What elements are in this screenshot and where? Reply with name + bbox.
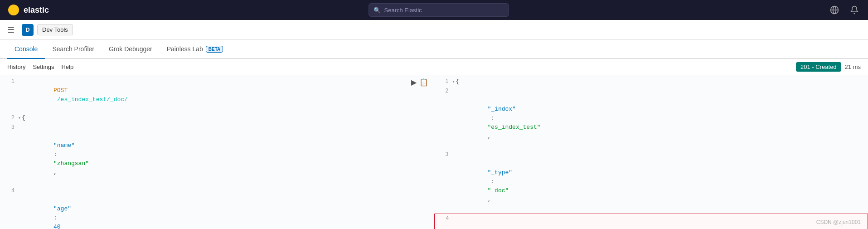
right-line-4-highlighted: 4 "_id" : "90LcS4ABbOQcgDWa4fuI" , bbox=[434, 214, 868, 229]
elastic-logo-text: elastic bbox=[24, 5, 49, 15]
hamburger-menu-button[interactable]: ☰ bbox=[7, 25, 15, 35]
tab-painless-lab-label: Painless Lab bbox=[167, 45, 203, 53]
action-bar: History Settings Help 201 - Created 21 m… bbox=[0, 59, 868, 75]
tab-search-profiler[interactable]: Search Profiler bbox=[45, 40, 102, 59]
beta-badge: BETA bbox=[206, 46, 223, 53]
left-editor-panel[interactable]: ▶ 📋 1 POST /es_index_test/_doc/ 2 ▾{ 3 bbox=[0, 75, 434, 229]
bell-icon bbox=[850, 5, 859, 15]
left-line-2: 2 ▾{ bbox=[0, 113, 434, 123]
tab-console-label: Console bbox=[15, 45, 38, 53]
left-line-4: 4 "age" : 40 bbox=[0, 186, 434, 229]
elastic-logo-icon bbox=[7, 4, 20, 16]
right-line-2: 2 "_index" : "es_index_test" , bbox=[434, 87, 868, 150]
tab-grok-debugger[interactable]: Grok Debugger bbox=[102, 40, 160, 59]
left-code-block: 1 POST /es_index_test/_doc/ 2 ▾{ 3 "name… bbox=[0, 75, 434, 229]
search-bar-container: 🔍 Search Elastic bbox=[49, 3, 828, 17]
right-code-block: 1 ▾{ 2 "_index" : "es_index_test" , 3 bbox=[434, 75, 868, 229]
globe-icon bbox=[830, 5, 839, 15]
user-avatar-badge[interactable]: D bbox=[22, 24, 34, 36]
settings-button[interactable]: Settings bbox=[33, 63, 54, 70]
watermark: CSDN @zjun1001 bbox=[816, 219, 861, 225]
svg-point-0 bbox=[8, 5, 19, 15]
action-bar-left: History Settings Help bbox=[7, 63, 73, 70]
status-badge: 201 - Created bbox=[796, 62, 841, 72]
tab-grok-debugger-label: Grok Debugger bbox=[109, 45, 152, 53]
right-line-3: 3 "_type" : "_doc" , bbox=[434, 150, 868, 214]
top-nav-right bbox=[828, 4, 861, 16]
left-line-3: 3 "name" : "zhangsan" , bbox=[0, 123, 434, 186]
tab-painless-lab[interactable]: Painless Lab BETA bbox=[160, 40, 231, 59]
globe-icon-button[interactable] bbox=[828, 4, 841, 16]
bell-icon-button[interactable] bbox=[848, 4, 861, 16]
tab-console[interactable]: Console bbox=[7, 40, 45, 59]
status-area: 201 - Created 21 ms bbox=[796, 62, 861, 72]
editor-area: ▶ 📋 1 POST /es_index_test/_doc/ 2 ▾{ 3 bbox=[0, 75, 868, 229]
dev-tools-breadcrumb[interactable]: Dev Tools bbox=[37, 24, 73, 35]
time-badge: 21 ms bbox=[845, 63, 861, 70]
top-nav-bar: elastic 🔍 Search Elastic bbox=[0, 0, 868, 20]
second-nav-bar: ☰ D Dev Tools bbox=[0, 20, 868, 40]
top-nav-left: elastic bbox=[7, 4, 49, 16]
search-icon: 🔍 bbox=[373, 7, 381, 14]
tabs-bar: Console Search Profiler Grok Debugger Pa… bbox=[0, 40, 868, 59]
right-line-1: 1 ▾{ bbox=[434, 77, 868, 87]
search-bar-placeholder: Search Elastic bbox=[384, 7, 422, 14]
elastic-logo[interactable]: elastic bbox=[7, 4, 49, 16]
global-search-bar[interactable]: 🔍 Search Elastic bbox=[369, 3, 509, 17]
tab-search-profiler-label: Search Profiler bbox=[52, 45, 94, 53]
right-response-panel: 1 ▾{ 2 "_index" : "es_index_test" , 3 bbox=[434, 75, 868, 229]
left-line-1: 1 POST /es_index_test/_doc/ bbox=[0, 77, 434, 113]
help-button[interactable]: Help bbox=[61, 63, 73, 70]
history-button[interactable]: History bbox=[7, 63, 25, 70]
